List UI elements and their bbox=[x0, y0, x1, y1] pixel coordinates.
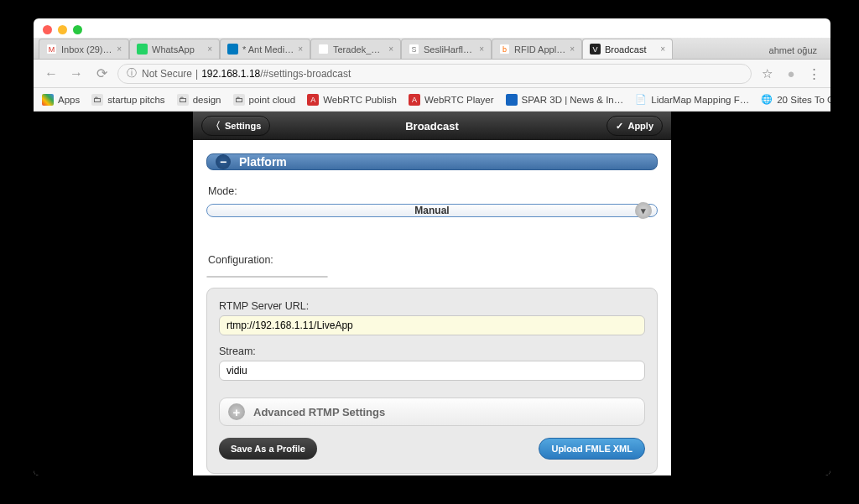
mode-value: Manual bbox=[414, 205, 449, 216]
tab-local[interactable]: Local bbox=[207, 277, 252, 278]
favicon-icon bbox=[137, 44, 148, 55]
not-secure-icon: ⓘ bbox=[127, 66, 137, 81]
site-icon: A bbox=[307, 94, 319, 106]
tab-label: Inbox (29) - ahme bbox=[61, 44, 112, 55]
chevron-down-icon: ▾ bbox=[635, 202, 652, 219]
stream-field: Stream: bbox=[219, 346, 645, 381]
browser-menu-icon[interactable]: ⋮ bbox=[805, 66, 822, 81]
site-icon: A bbox=[409, 94, 420, 106]
bookmark-bar: Apps🗀startup pitchs🗀design🗀point cloudAW… bbox=[34, 88, 830, 112]
favicon-icon: M bbox=[46, 44, 57, 55]
forward-icon[interactable]: → bbox=[67, 65, 86, 83]
favicon-icon bbox=[227, 44, 238, 55]
folder-icon: 🗀 bbox=[177, 94, 189, 106]
tab-label: Broadcast bbox=[605, 44, 656, 55]
window-controls bbox=[34, 18, 830, 38]
bookmark-item[interactable]: 🗀design bbox=[177, 94, 221, 106]
apps-icon bbox=[42, 94, 54, 106]
bookmark-item[interactable]: 🗀point cloud bbox=[233, 94, 296, 106]
plus-icon: + bbox=[228, 403, 245, 420]
advanced-rtmp-label: Advanced RTMP Settings bbox=[253, 406, 385, 418]
browser-tab[interactable]: SSesliHarfler Adver× bbox=[401, 39, 492, 59]
upload-fmle-xml-button[interactable]: Upload FMLE XML bbox=[539, 438, 645, 460]
close-tab-icon[interactable]: × bbox=[660, 44, 665, 54]
rtmp-field: RTMP Server URL: bbox=[219, 300, 645, 335]
browser-tab[interactable]: WhatsApp× bbox=[129, 39, 220, 59]
bookmark-item[interactable]: AWebRTC Player bbox=[409, 94, 494, 106]
bookmark-label: design bbox=[193, 95, 221, 105]
panel-title: Platform bbox=[239, 155, 287, 169]
address-input[interactable]: ⓘ Not Secure | 192.168.1.18 /#settings-b… bbox=[117, 64, 752, 84]
folder-icon: 🗀 bbox=[233, 94, 245, 106]
close-tab-icon[interactable]: × bbox=[298, 44, 303, 54]
close-window-icon[interactable] bbox=[43, 25, 52, 34]
site-icon bbox=[506, 94, 518, 106]
browser-tab[interactable]: bRFID Applications× bbox=[492, 39, 582, 59]
browser-tab[interactable]: MInbox (29) - ahme× bbox=[39, 39, 129, 59]
bookmark-item[interactable]: AWebRTC Publish bbox=[307, 94, 397, 106]
close-tab-icon[interactable]: × bbox=[207, 44, 212, 54]
tab-strip: MInbox (29) - ahme×WhatsApp×* Ant Media … bbox=[34, 38, 830, 60]
tab-label: RFID Applications bbox=[514, 44, 565, 55]
bookmark-item[interactable]: 🌐20 Sites To Get Free… bbox=[761, 94, 830, 106]
browser-tab[interactable]: Teradek_VidiU_Pro× bbox=[310, 39, 401, 59]
reload-icon[interactable]: ⟳ bbox=[92, 65, 111, 83]
back-button[interactable]: 〈 Settings bbox=[201, 116, 270, 136]
mode-select[interactable]: Manual ▾ bbox=[206, 204, 658, 217]
back-icon[interactable]: ← bbox=[42, 65, 60, 83]
favicon-icon: V bbox=[590, 44, 601, 55]
bookmark-label: Apps bbox=[58, 95, 80, 105]
rtmp-server-url-input[interactable] bbox=[219, 315, 645, 335]
minimize-window-icon[interactable] bbox=[58, 25, 67, 34]
apply-button-label: Apply bbox=[627, 121, 653, 131]
favicon-icon: b bbox=[499, 44, 510, 55]
extensions-icon[interactable]: ● bbox=[782, 66, 799, 81]
panel-header-platform[interactable]: − Platform bbox=[206, 153, 658, 170]
bookmark-label: LidarMap Mapping F… bbox=[651, 95, 749, 105]
browser-tab[interactable]: VBroadcast× bbox=[582, 39, 673, 59]
bookmark-label: 20 Sites To Get Free… bbox=[777, 95, 830, 105]
bookmark-label: WebRTC Publish bbox=[323, 95, 397, 105]
folder-icon: 🗀 bbox=[91, 94, 103, 106]
browser-tab[interactable]: * Ant Media | Trell× bbox=[220, 39, 310, 59]
url-path: /#settings-broadcast bbox=[260, 68, 351, 80]
profile-name[interactable]: ahmet oğuz bbox=[761, 42, 825, 59]
bookmark-item[interactable]: SPAR 3D | News & In… bbox=[506, 94, 624, 106]
close-tab-icon[interactable]: × bbox=[388, 44, 393, 54]
advanced-rtmp-settings[interactable]: + Advanced RTMP Settings bbox=[219, 397, 645, 426]
bookmark-item[interactable]: Apps bbox=[42, 94, 80, 106]
favicon-icon bbox=[318, 44, 329, 55]
bookmark-item[interactable]: 🗀startup pitchs bbox=[91, 94, 164, 106]
stream-input[interactable] bbox=[219, 361, 645, 381]
device-body: − Platform Mode: Manual ▾ Configuration:… bbox=[193, 140, 671, 475]
bookmark-label: WebRTC Player bbox=[424, 95, 494, 105]
tab-remote-xml[interactable]: Remote XML bbox=[252, 277, 328, 278]
bookmark-label: startup pitchs bbox=[107, 95, 164, 105]
config-panel: RTMP Server URL: Stream: + Advanced RTMP… bbox=[206, 288, 658, 474]
config-tabs: Local Remote XML bbox=[206, 276, 328, 278]
chevron-left-icon: 〈 bbox=[211, 119, 221, 133]
bookmark-star-icon[interactable]: ☆ bbox=[758, 66, 775, 81]
url-security-text: Not Secure bbox=[142, 68, 192, 80]
close-tab-icon[interactable]: × bbox=[117, 44, 122, 54]
browser-window: MInbox (29) - ahme×WhatsApp×* Ant Media … bbox=[34, 18, 830, 475]
bookmark-item[interactable]: 📄LidarMap Mapping F… bbox=[635, 94, 749, 106]
rtmp-server-url-label: RTMP Server URL: bbox=[219, 300, 645, 312]
tab-label: SesliHarfler Adver bbox=[424, 44, 475, 55]
save-as-profile-button[interactable]: Save As a Profile bbox=[219, 438, 317, 460]
collapse-icon[interactable]: − bbox=[216, 154, 231, 169]
device-topbar: 〈 Settings Broadcast ✓ Apply bbox=[193, 112, 671, 140]
apply-button[interactable]: ✓ Apply bbox=[607, 116, 663, 136]
close-tab-icon[interactable]: × bbox=[570, 44, 575, 54]
close-tab-icon[interactable]: × bbox=[479, 44, 484, 54]
content-area: 〈 Settings Broadcast ✓ Apply − Platform … bbox=[34, 112, 830, 475]
button-row: Save As a Profile Upload FMLE XML bbox=[219, 438, 645, 460]
globe-icon: 🌐 bbox=[761, 94, 773, 106]
bookmark-label: SPAR 3D | News & In… bbox=[522, 95, 624, 105]
back-button-label: Settings bbox=[225, 121, 261, 131]
tab-label: WhatsApp bbox=[152, 44, 203, 55]
maximize-window-icon[interactable] bbox=[73, 25, 82, 34]
file-icon: 📄 bbox=[635, 94, 647, 106]
check-icon: ✓ bbox=[616, 121, 623, 132]
url-bar: ← → ⟳ ⓘ Not Secure | 192.168.1.18 /#sett… bbox=[34, 60, 830, 88]
